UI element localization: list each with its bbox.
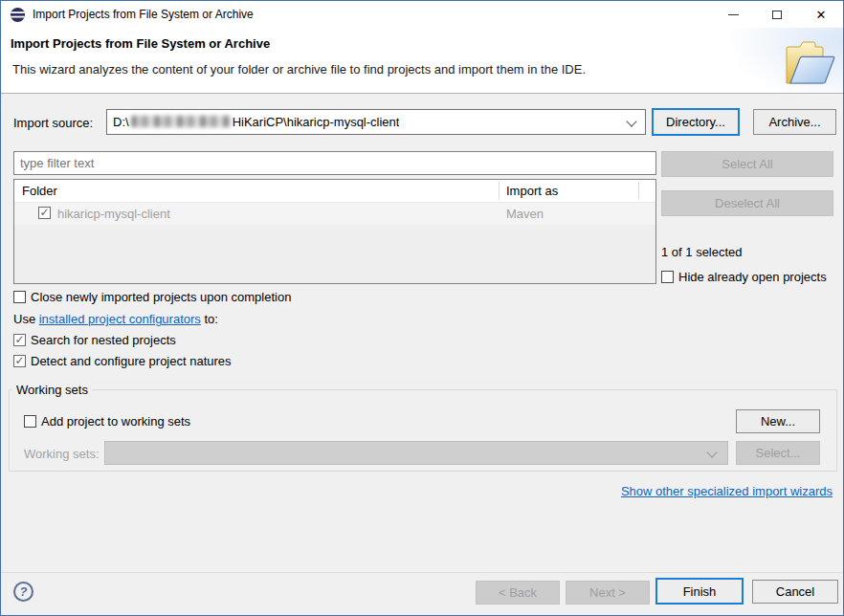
deselect-all-button[interactable]: Deselect All	[661, 190, 833, 216]
help-icon: ?	[20, 584, 28, 599]
row-folder-name: hikaricp-mysql-client	[57, 207, 170, 221]
search-nested-checkbox[interactable]	[13, 334, 26, 346]
detect-natures-checkbox[interactable]	[13, 355, 26, 367]
close-icon: ✕	[816, 9, 827, 21]
use-suffix: to:	[201, 312, 218, 326]
path-prefix: D:\	[113, 115, 129, 129]
cancel-button[interactable]: Cancel	[752, 580, 838, 604]
column-divider[interactable]	[499, 182, 500, 200]
finish-button[interactable]: Finish	[655, 578, 744, 605]
working-sets-label: Working sets:	[24, 447, 100, 461]
import-projects-dialog: Import Projects from File System or Arch…	[0, 0, 844, 616]
hide-open-projects-label: Hide already open projects	[678, 270, 827, 284]
chevron-down-icon[interactable]	[626, 116, 636, 126]
import-source-label: Import source:	[13, 116, 93, 130]
page-title: Import Projects from File System or Arch…	[11, 36, 270, 51]
redacted-path-segment	[131, 116, 231, 127]
installed-configurators-link[interactable]: installed project configurators	[39, 312, 201, 326]
close-imported-label: Close newly imported projects upon compl…	[31, 290, 291, 304]
select-working-set-button[interactable]: Select...	[736, 441, 820, 465]
new-working-set-button[interactable]: New...	[736, 409, 820, 433]
working-sets-group-title: Working sets	[12, 383, 92, 397]
row-import-as: Maven	[506, 207, 544, 221]
hide-open-projects-option[interactable]: Hide already open projects	[661, 270, 827, 284]
use-prefix: Use	[13, 312, 39, 326]
eclipse-icon	[10, 7, 26, 23]
close-imported-option[interactable]: Close newly imported projects upon compl…	[13, 290, 291, 304]
import-source-combobox[interactable]: D:\HiKariCP\hikaricp-mysql-client	[106, 109, 646, 135]
archive-button[interactable]: Archive...	[753, 109, 836, 135]
maximize-button[interactable]	[755, 1, 799, 28]
close-button[interactable]: ✕	[799, 1, 843, 28]
maximize-icon	[772, 11, 782, 19]
configurators-line: Use installed project configurators to:	[13, 312, 218, 326]
page-description: This wizard analyzes the content of your…	[12, 62, 586, 77]
minimize-button[interactable]	[711, 1, 755, 28]
directory-button[interactable]: Directory...	[652, 108, 740, 136]
back-button[interactable]: < Back	[476, 581, 560, 605]
column-header-folder[interactable]: Folder	[22, 184, 57, 198]
close-imported-checkbox[interactable]	[13, 291, 26, 303]
next-button[interactable]: Next >	[566, 581, 650, 605]
detect-natures-option[interactable]: Detect and configure project natures	[13, 354, 232, 368]
title-bar: Import Projects from File System or Arch…	[1, 1, 843, 28]
search-nested-label: Search for nested projects	[31, 333, 176, 347]
row-checkbox[interactable]	[38, 207, 51, 219]
hide-open-projects-checkbox[interactable]	[661, 271, 674, 283]
add-working-sets-option[interactable]: Add project to working sets	[24, 414, 190, 429]
search-nested-option[interactable]: Search for nested projects	[13, 333, 176, 347]
selection-status: 1 of 1 selected	[661, 245, 743, 259]
table-row[interactable]: hikaricp-mysql-client Maven	[14, 203, 655, 225]
column-divider[interactable]	[638, 182, 639, 200]
path-suffix: HiKariCP\hikaricp-mysql-client	[233, 115, 400, 129]
table-header[interactable]: Folder Import as	[14, 180, 655, 203]
projects-table[interactable]: Folder Import as hikaricp-mysql-client M…	[13, 179, 656, 284]
wizard-header: Import Projects from File System or Arch…	[1, 28, 843, 94]
select-all-button[interactable]: Select All	[661, 151, 833, 177]
add-working-sets-label: Add project to working sets	[41, 414, 190, 429]
import-source-value: D:\HiKariCP\hikaricp-mysql-client	[113, 110, 399, 134]
column-header-import-as[interactable]: Import as	[506, 184, 558, 198]
window-title: Import Projects from File System or Arch…	[33, 8, 254, 21]
minimize-icon	[728, 14, 739, 15]
add-working-sets-checkbox[interactable]	[24, 415, 36, 428]
open-folder-icon	[776, 38, 837, 90]
filter-input[interactable]	[13, 151, 656, 175]
other-wizards-link[interactable]: Show other specialized import wizards	[621, 484, 833, 498]
help-button[interactable]: ?	[13, 582, 33, 602]
detect-natures-label: Detect and configure project natures	[31, 354, 232, 368]
working-sets-combobox[interactable]	[104, 441, 728, 465]
chevron-down-icon	[706, 447, 717, 457]
